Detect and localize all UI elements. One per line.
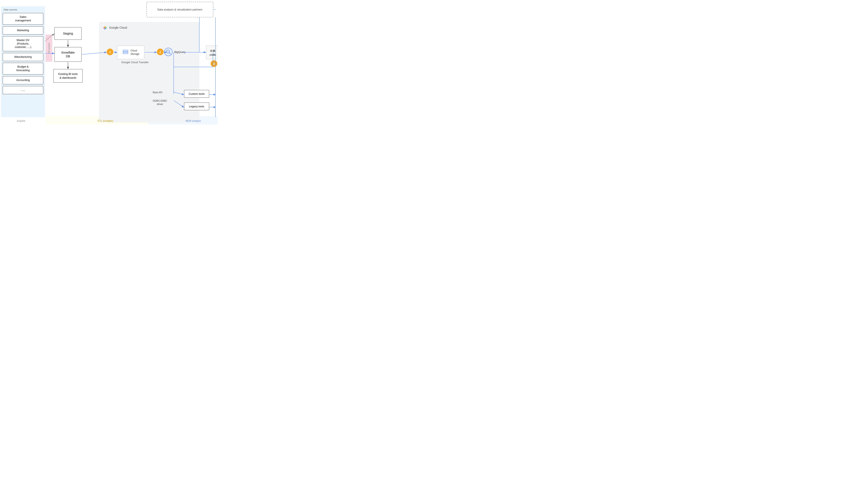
source-other: ......: [3, 86, 43, 94]
data-sources-panel: Data sources Salesmanagement Marketing M…: [1, 6, 45, 117]
source-accounting: Accounting: [3, 76, 43, 84]
svg-point-2: [104, 26, 106, 27]
rest-api-label: Rest API: [153, 91, 162, 94]
panel-title: Data sources: [3, 8, 43, 11]
source-manufacturing: Manufacturing: [3, 53, 43, 61]
svg-point-3: [105, 27, 106, 28]
gcloud-logo-text: Google Cloud: [109, 26, 127, 29]
source-masterdv: Master DV(Products,customer, ....): [3, 36, 43, 51]
users-icon: [208, 48, 217, 57]
source-sales: Salesmanagement: [3, 13, 43, 25]
bottom-new-analyze: NEW analyze: [186, 119, 201, 122]
source-marketing: Marketing: [3, 26, 43, 35]
svg-point-1: [104, 27, 105, 28]
bigquery-node: BigQuery: [164, 48, 186, 56]
svg-point-4: [104, 28, 106, 29]
svg-point-12: [210, 50, 213, 52]
cloud-storage-label: CloudStorage: [131, 49, 139, 56]
cloud-transfer-label: Google Cloud Transfer: [121, 61, 149, 64]
svg-point-0: [102, 25, 108, 30]
bi-tools-box: Existing BI tools& dashboards: [53, 69, 83, 83]
bigquery-icon: [164, 48, 173, 56]
diagram-container: Data sources Salesmanagement Marketing M…: [0, 0, 217, 124]
gcloud-logo: Google Cloud: [102, 25, 127, 30]
gcloud-logo-icon: [102, 25, 108, 30]
staging-box: Staging: [54, 27, 82, 40]
snowflake-box: SnowflakeDB: [54, 47, 82, 62]
badge-3: 3: [211, 60, 217, 67]
bottom-etl: ETL (multiple): [98, 119, 113, 122]
legacy-tools-box: Legacy tools: [184, 103, 209, 110]
old-analyse-label: Old analyse: [48, 43, 50, 54]
bigquery-label: BigQuery: [174, 50, 186, 54]
cloud-storage-box: CloudStorage: [117, 45, 144, 59]
svg-point-13: [213, 50, 215, 52]
badge-1: 1: [107, 49, 113, 55]
old-analyse-box: Old analyse: [45, 35, 52, 62]
users-icon-box: [206, 45, 217, 59]
bottom-labels: Acquire ETL (multiple) NEW analyze: [0, 119, 217, 122]
custom-tools-box: Custom tools: [184, 90, 209, 98]
badge-2: 2: [157, 49, 163, 55]
partners-box: Data analysis & visualization partners: [146, 2, 213, 17]
svg-point-10: [167, 51, 169, 52]
partners-label: Data analysis & visualization partners: [157, 8, 202, 11]
bottom-acquire: Acquire: [17, 119, 25, 122]
svg-line-11: [169, 53, 171, 54]
cloud-storage-icon: [122, 49, 129, 56]
odbc-jdbc-label: ODBC/JDBCdriver: [153, 100, 167, 106]
source-budget: Budget &forecasting: [3, 63, 43, 75]
